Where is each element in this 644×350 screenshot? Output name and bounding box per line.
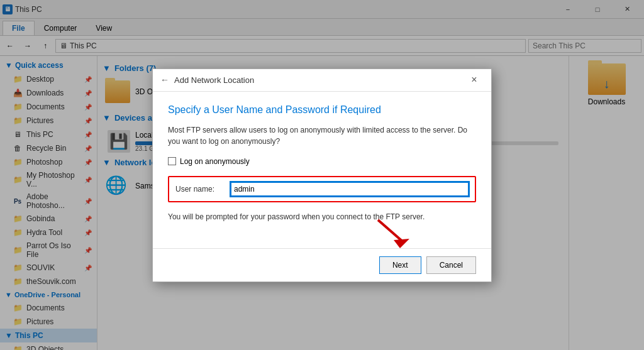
dialog-heading: Specify a User Name and Password if Requ… [168,104,476,116]
dialog-title-bar: ← Add Network Location × [153,69,491,92]
dialog-info-text: You will be prompted for your password w… [168,211,476,222]
dialog-body: Specify a User Name and Password if Requ… [153,92,491,248]
username-label: User name: [175,185,226,194]
dialog-overlay: ← Add Network Location × Specify a User … [0,0,644,350]
dialog-title: Add Network Location [174,75,254,85]
username-row: User name: [168,176,476,202]
log-on-anonymously-checkbox[interactable] [168,157,176,165]
checkbox-label: Log on anonymously [180,157,250,166]
dialog-back-button[interactable]: ← [160,75,169,85]
dialog-close-button[interactable]: × [465,70,484,89]
dialog-footer: Next Cancel [153,248,491,282]
next-button[interactable]: Next [379,256,421,274]
cancel-button[interactable]: Cancel [426,256,476,274]
dialog-description: Most FTP servers allow users to log on a… [168,124,476,147]
username-input[interactable] [231,182,469,196]
dialog-checkbox-row: Log on anonymously [168,157,476,166]
dialog-add-network-location: ← Add Network Location × Specify a User … [152,68,492,282]
